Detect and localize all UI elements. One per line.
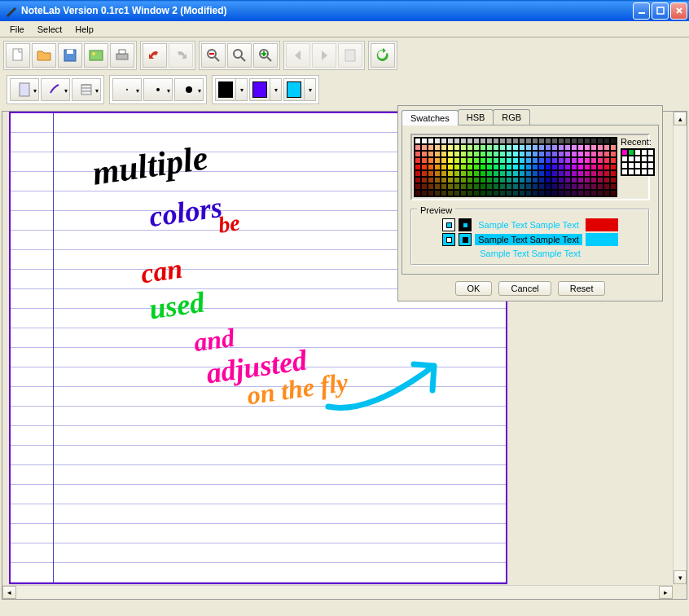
tab-swatches[interactable]: Swatches: [402, 110, 459, 125]
scroll-right-button[interactable]: ▸: [659, 586, 673, 599]
color-3-dropdown[interactable]: ▾: [305, 78, 316, 101]
color-2-button[interactable]: [249, 78, 270, 101]
image-button[interactable]: [84, 43, 108, 68]
app-icon: [5, 4, 18, 17]
margin-line: [53, 113, 54, 583]
workspace: multiplecolorsbecanusedandadjustedon the…: [2, 111, 687, 600]
close-button[interactable]: [670, 2, 687, 20]
preview-swatch: [586, 218, 618, 231]
svg-point-21: [126, 89, 128, 90]
tab-rgb[interactable]: RGB: [493, 109, 530, 125]
preview-swatch: [442, 233, 455, 246]
preview-text: Sample Text Sample Text: [475, 234, 581, 245]
svg-rect-19: [20, 83, 29, 96]
arrow-drawing: [320, 350, 483, 423]
undo-button[interactable]: [143, 43, 167, 68]
scroll-left-button[interactable]: ◂: [2, 586, 16, 599]
new-page-button: [338, 43, 362, 68]
svg-point-12: [234, 50, 242, 58]
refresh-button[interactable]: [371, 43, 395, 68]
menu-bar: File Select Help: [0, 21, 689, 37]
new-button[interactable]: [6, 43, 30, 68]
redo-button: [169, 43, 193, 68]
preview-label: Preview: [417, 205, 455, 215]
window-title: NoteLab Version 0.1rc1 Window 2 (Modifie…: [21, 5, 631, 16]
svg-rect-0: [639, 12, 645, 14]
reset-button[interactable]: Reset: [558, 281, 606, 296]
color-picker-dialog: Swatches HSB RGB Recent: Preview Sample …: [397, 105, 663, 301]
pen-button[interactable]: [41, 78, 70, 101]
handwriting: be: [217, 209, 242, 238]
horizontal-scrollbar[interactable]: ◂ ▸: [2, 585, 673, 599]
zoom-out-button[interactable]: [201, 43, 226, 68]
color-1-dropdown[interactable]: ▾: [236, 78, 248, 101]
pen-size-3-button[interactable]: [174, 78, 204, 101]
page-button[interactable]: [10, 78, 39, 101]
menu-select[interactable]: Select: [31, 23, 69, 36]
color-2-dropdown[interactable]: ▾: [270, 78, 282, 101]
preview-swatch: [586, 233, 618, 246]
svg-point-22: [156, 88, 160, 91]
pen-size-2-button[interactable]: [143, 78, 173, 101]
handwriting: can: [139, 253, 185, 290]
pen-size-1-button[interactable]: [112, 78, 142, 101]
svg-point-23: [186, 86, 192, 93]
swatch-grid[interactable]: [414, 137, 617, 197]
vertical-scrollbar[interactable]: ▴ ▾: [673, 112, 687, 584]
svg-line-10: [215, 57, 219, 61]
main-toolbar: [0, 37, 689, 73]
svg-rect-7: [116, 54, 128, 59]
save-button[interactable]: [58, 43, 82, 68]
print-button[interactable]: [110, 43, 134, 68]
svg-rect-18: [345, 50, 355, 61]
preview-text: Sample Text Sample Text: [476, 248, 583, 259]
color-1-button[interactable]: [215, 78, 236, 101]
menu-file[interactable]: File: [3, 23, 31, 36]
svg-rect-8: [119, 50, 125, 54]
svg-rect-1: [657, 7, 664, 14]
title-bar: NoteLab Version 0.1rc1 Window 2 (Modifie…: [0, 0, 689, 21]
zoom-in-button[interactable]: [253, 43, 278, 68]
preview-panel: Preview Sample Text Sample Text Sample T…: [410, 209, 650, 266]
svg-line-15: [267, 57, 271, 61]
ok-button[interactable]: OK: [455, 281, 493, 296]
maximize-button[interactable]: [652, 2, 669, 20]
minimize-button[interactable]: [633, 2, 650, 20]
recent-colors[interactable]: [621, 148, 655, 176]
zoom-fit-button[interactable]: [227, 43, 252, 68]
prev-page-button: [286, 43, 310, 68]
tab-hsb[interactable]: HSB: [458, 109, 494, 125]
preview-swatch: [459, 218, 472, 231]
next-page-button: [312, 43, 336, 68]
cancel-button[interactable]: Cancel: [498, 281, 551, 296]
color-3-button[interactable]: [283, 78, 305, 101]
svg-rect-20: [81, 85, 91, 95]
preview-swatch: [459, 233, 472, 246]
eraser-button[interactable]: [72, 78, 101, 101]
svg-rect-4: [67, 50, 73, 54]
menu-help[interactable]: Help: [68, 23, 100, 36]
svg-rect-2: [13, 49, 22, 60]
open-button[interactable]: [32, 43, 56, 68]
scroll-down-button[interactable]: ▾: [674, 570, 687, 584]
scroll-up-button[interactable]: ▴: [674, 112, 687, 125]
recent-label: Recent:: [621, 137, 655, 147]
preview-swatch: [442, 218, 455, 231]
svg-rect-5: [90, 51, 103, 60]
preview-text: Sample Text Sample Text: [475, 219, 581, 231]
svg-point-6: [92, 52, 95, 55]
svg-line-13: [241, 57, 245, 61]
